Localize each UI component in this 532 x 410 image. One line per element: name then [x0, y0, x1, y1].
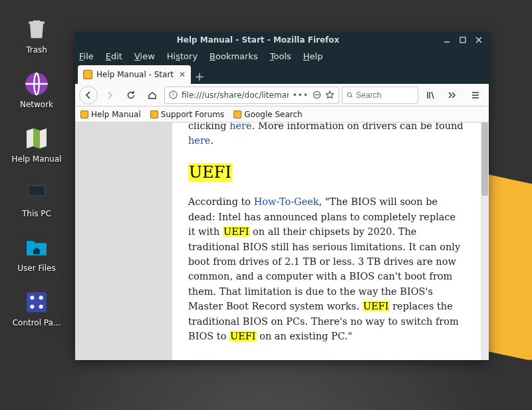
- svg-rect-2: [29, 186, 44, 195]
- overflow-button[interactable]: [442, 86, 461, 104]
- tab-close-button[interactable]: ✕: [179, 70, 186, 79]
- article-next-heading: How do I know if my computer has: [188, 359, 465, 360]
- svg-point-6: [39, 296, 43, 300]
- menu-bookmarks[interactable]: Bookmarks: [209, 51, 258, 61]
- bookmark-help-manual[interactable]: Help Manual: [80, 110, 141, 119]
- menu-bar: File Edit View History Bookmarks Tools H…: [75, 48, 489, 64]
- bookmark-star-icon[interactable]: [325, 91, 334, 100]
- ellipsis-icon[interactable]: •••: [293, 91, 309, 100]
- svg-point-7: [30, 305, 34, 309]
- desktop-icon-control-panel[interactable]: Control Pa...: [0, 288, 73, 327]
- info-icon: i: [169, 91, 178, 99]
- chevron-double-right-icon: [447, 91, 456, 100]
- menu-file[interactable]: File: [79, 51, 94, 61]
- desktop-icon-trash[interactable]: Trash: [0, 15, 73, 55]
- back-button[interactable]: [79, 86, 98, 104]
- svg-text:i: i: [172, 91, 174, 98]
- desktop-icon-user-files[interactable]: User Files: [0, 233, 73, 273]
- firefox-window: Help Manual - Start - Mozilla Firefox Fi…: [75, 32, 489, 360]
- vertical-scrollbar[interactable]: [481, 122, 489, 360]
- window-minimize-button[interactable]: [441, 34, 453, 46]
- menu-help[interactable]: Help: [303, 51, 323, 61]
- article-heading: UEFI: [188, 160, 465, 185]
- svg-rect-9: [460, 37, 466, 43]
- search-box[interactable]: [342, 87, 418, 104]
- arrow-right-icon: [105, 91, 114, 100]
- menu-tools[interactable]: Tools: [270, 51, 291, 61]
- new-tab-button[interactable]: +: [191, 68, 208, 84]
- url-bar[interactable]: i file:///usr/share/doc/liteman •••: [164, 87, 339, 104]
- search-icon: [346, 91, 353, 99]
- desktop-icon-network[interactable]: Network: [0, 69, 73, 109]
- svg-point-5: [30, 296, 34, 300]
- tab-strip: Help Manual - Start ✕ +: [75, 64, 489, 84]
- reload-icon: [126, 91, 136, 100]
- bookmark-favicon: [80, 110, 88, 118]
- library-button[interactable]: [421, 86, 440, 104]
- link-here-2[interactable]: here: [188, 135, 210, 146]
- menu-view[interactable]: View: [134, 51, 155, 61]
- search-input[interactable]: [356, 91, 414, 100]
- app-menu-button[interactable]: [466, 86, 485, 104]
- arrow-left-icon: [84, 91, 93, 100]
- window-close-button[interactable]: [473, 34, 485, 46]
- map-icon: [23, 125, 50, 152]
- browser-tab[interactable]: Help Manual - Start ✕: [78, 65, 191, 84]
- desktop-icon-this-pc[interactable]: This PC: [0, 178, 73, 218]
- reader-mode-icon[interactable]: [313, 91, 321, 99]
- hamburger-icon: [471, 91, 480, 100]
- window-maximize-button[interactable]: [457, 34, 469, 46]
- window-titlebar[interactable]: Help Manual - Start - Mozilla Firefox: [75, 32, 489, 48]
- menu-history[interactable]: History: [167, 51, 198, 61]
- desktop-icon-help-manual[interactable]: Help Manual: [0, 124, 73, 164]
- network-icon: [23, 71, 50, 97]
- svg-point-8: [39, 305, 43, 309]
- svg-rect-4: [27, 292, 47, 312]
- document-viewport[interactable]: clicking here. More information on drive…: [75, 122, 481, 360]
- trash-icon: [23, 16, 50, 43]
- bookmark-support-forums[interactable]: Support Forums: [150, 110, 225, 119]
- svg-point-13: [347, 93, 351, 97]
- content-area: clicking here. More information on drive…: [75, 122, 489, 360]
- forward-button[interactable]: [100, 86, 119, 104]
- home-icon: [148, 91, 157, 100]
- home-button[interactable]: [143, 86, 162, 104]
- bookmark-google-search[interactable]: Google Search: [233, 110, 302, 119]
- folder-home-icon: [23, 234, 50, 261]
- link-here-1[interactable]: here: [229, 122, 251, 131]
- article-prev-line: clicking here. More information on drive…: [188, 122, 465, 148]
- url-text: file:///usr/share/doc/liteman: [182, 91, 289, 100]
- bookmark-favicon: [150, 110, 158, 118]
- menu-edit[interactable]: Edit: [106, 51, 122, 61]
- monitor-icon: [23, 180, 50, 206]
- bookmarks-toolbar: Help Manual Support Forums Google Search: [75, 106, 489, 122]
- scrollbar-thumb[interactable]: [481, 122, 488, 196]
- window-title: Help Manual - Start - Mozilla Firefox: [75, 35, 441, 45]
- library-icon: [426, 91, 435, 100]
- tab-favicon: [83, 70, 92, 79]
- reload-button[interactable]: [122, 86, 140, 104]
- link-how-to-geek[interactable]: How-To-Geek: [254, 196, 319, 207]
- article-page: clicking here. More information on drive…: [172, 122, 481, 360]
- svg-rect-3: [33, 198, 40, 200]
- bookmark-favicon: [233, 110, 241, 118]
- navigation-toolbar: i file:///usr/share/doc/liteman •••: [75, 84, 489, 106]
- settings-icon: [23, 289, 50, 315]
- tab-title: Help Manual - Start: [96, 70, 174, 79]
- article-paragraph: According to How-To-Geek, "The BIOS will…: [188, 194, 465, 344]
